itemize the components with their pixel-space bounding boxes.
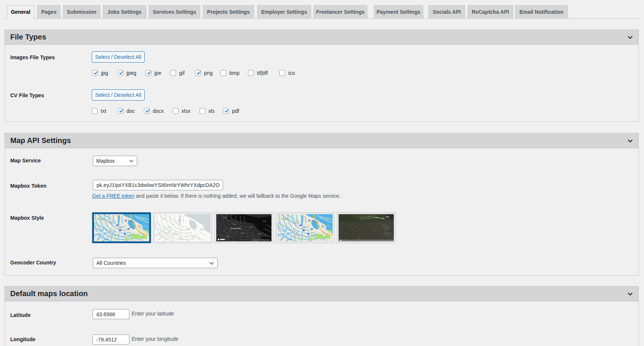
svg-text:Amsterdam: Amsterdam — [230, 227, 241, 229]
